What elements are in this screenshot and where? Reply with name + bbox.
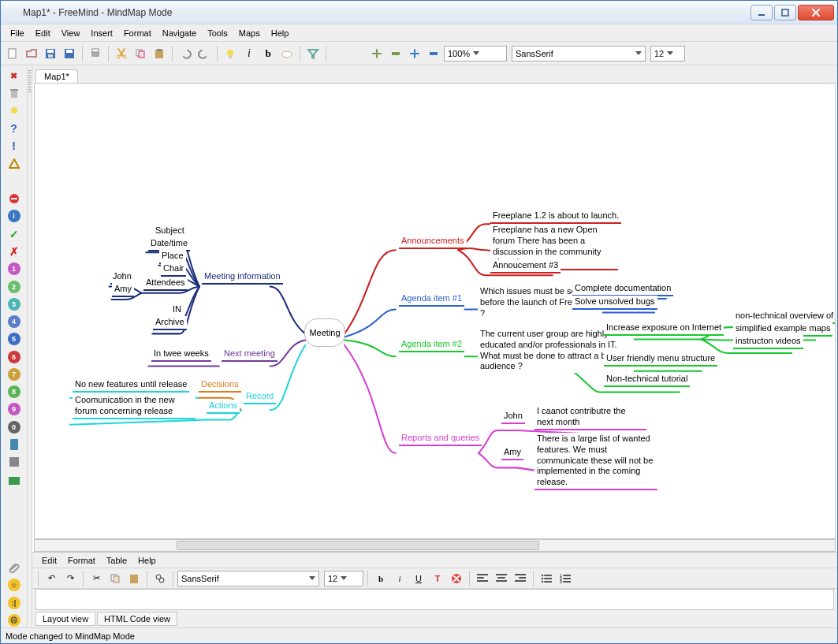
idea-icon[interactable] [222,45,239,62]
editor-bold-button[interactable]: b [372,570,389,587]
editor-cut-button[interactable]: ✂ [88,570,105,587]
editor-underline-button[interactable]: U [410,570,427,587]
tab-layout-view[interactable]: Layout view [35,612,95,626]
node-menustruct[interactable]: User friendly menu structure [604,352,717,367]
node-actions[interactable]: Actions [207,400,240,414]
node-tutorial[interactable]: Non-technical tutorial [604,373,690,387]
fontsize-combo[interactable]: 12 [650,46,685,61]
priority-4-icon[interactable]: 4 [6,315,22,329]
print-button[interactable] [87,45,104,62]
ok-icon[interactable]: ✓ [6,227,22,241]
exclaim-icon[interactable]: ! [6,139,22,153]
node-rep-john-note[interactable]: I caanot contributre the next month [534,405,646,430]
node-compdoc[interactable]: Complete documentation [572,282,673,296]
editor-find-button[interactable] [151,570,169,587]
attach-icon[interactable] [6,560,22,575]
tab-html-view[interactable]: HTML Code view [97,612,177,626]
node-rep-john[interactable]: John [501,410,525,424]
cut-button[interactable] [113,45,130,62]
node-attendees[interactable]: Attendees [143,277,188,291]
remove-icon[interactable] [387,45,404,62]
no-icon[interactable]: ✗ [6,244,22,259]
mindmap-canvas[interactable]: Meeting Announcements Freeplane 1.2 is a… [34,83,836,539]
arrow-up-icon[interactable] [6,525,22,539]
node-meetinfo[interactable]: Meeting information [202,270,283,285]
font-combo[interactable]: SansSerif [512,46,646,61]
node-nextmeeting[interactable]: Next meeting [222,348,277,362]
node-rep-amy-note[interactable]: There is a large list of wanted features… [534,433,657,490]
node-announcements[interactable]: Announcements [399,235,467,249]
editor-undo-button[interactable]: ↶ [43,570,60,587]
align-right-button[interactable] [512,570,529,587]
menu-edit[interactable]: Edit [31,27,55,39]
node-decisions[interactable]: Decisions [199,378,241,393]
editor-copy-button[interactable] [106,570,124,587]
add-child-icon[interactable] [406,45,423,62]
redo-button[interactable] [196,45,213,62]
editor-menu-format[interactable]: Format [63,554,100,567]
node-intwoweeks[interactable]: In twee weeks [151,348,211,362]
menu-view[interactable]: View [57,27,85,39]
funnel-icon[interactable] [304,45,322,62]
priority-2-icon[interactable]: 2 [6,279,22,293]
priority-9-icon[interactable]: 9 [6,402,22,416]
stop-icon[interactable] [6,174,22,188]
nav-left-button[interactable] [330,45,348,62]
priority-3-icon[interactable]: 3 [6,297,22,311]
warning-icon[interactable] [6,156,22,170]
node-record[interactable]: Record [244,390,276,404]
editor-paste-button[interactable] [125,570,143,587]
bulb-icon[interactable] [6,104,22,118]
close-button[interactable] [798,5,834,20]
menu-tools[interactable]: Tools [203,27,233,39]
disk-icon[interactable] [6,455,22,469]
priority-7-icon[interactable]: 7 [6,367,22,382]
arrow-down-icon[interactable] [6,543,22,557]
arrow-left-icon[interactable] [6,490,22,504]
menu-help[interactable]: Help [266,27,294,39]
editor-menu-help[interactable]: Help [133,554,161,567]
node-archive[interactable]: Archive [153,316,187,330]
info-icon[interactable]: i [6,209,22,223]
node-agenda1[interactable]: Agenda item #1 [399,292,464,307]
menu-navigate[interactable]: Navigate [158,27,201,39]
menu-file[interactable]: File [6,27,29,39]
nav-right-button[interactable] [349,45,367,62]
node-ann-1[interactable]: Freeplane 1.2 is about to launch. [490,210,621,224]
priority-6-icon[interactable]: 6 [6,350,22,364]
delete-icon[interactable]: ✖ [6,69,22,83]
menu-maps[interactable]: Maps [234,27,265,39]
menu-format[interactable]: Format [119,27,156,39]
priority-1-icon[interactable]: 1 [6,262,22,276]
editor-redo-button[interactable]: ↷ [61,570,79,587]
node-exposure[interactable]: Increase exposure on Internet [604,322,724,336]
editor-size-combo[interactable]: 12 [324,571,363,586]
node-chair[interactable]: Chair [161,262,186,277]
folder-icon[interactable] [6,472,22,486]
save-button[interactable] [42,45,59,62]
minimize-button[interactable] [750,5,773,20]
open-button[interactable] [23,45,40,62]
node-comm[interactable]: Coomunication in the new forum concernin… [73,394,196,419]
node-reports[interactable]: Reports and queries [399,432,482,446]
node-agenda2[interactable]: Agenda item #2 [399,338,464,352]
bold-button[interactable]: b [259,45,277,62]
editor-font-combo[interactable]: SansSerif [177,571,319,586]
node-ann-3[interactable]: Annoucement #3 [490,259,561,274]
canvas-hscrollbar[interactable] [34,539,836,552]
italic-button[interactable]: i [240,45,258,62]
add-sibling-icon[interactable] [368,45,385,62]
node-videos[interactable]: instructon videos [733,335,803,349]
cloud-icon[interactable] [278,45,296,62]
list-ul-button[interactable] [538,570,555,587]
list-ol-button[interactable]: 123 [557,570,574,587]
question-icon[interactable]: ? [6,121,22,136]
node-att-amy[interactable]: Amy [112,283,134,297]
sad-icon[interactable]: ☹ [6,613,22,627]
node-nofeatures[interactable]: No new features until release [73,378,189,393]
saveas-button[interactable] [61,45,78,62]
undo-button[interactable] [177,45,194,62]
editor-menu-table[interactable]: Table [102,554,132,567]
smile-icon[interactable]: ☺ [6,578,22,592]
menu-insert[interactable]: Insert [86,27,117,39]
